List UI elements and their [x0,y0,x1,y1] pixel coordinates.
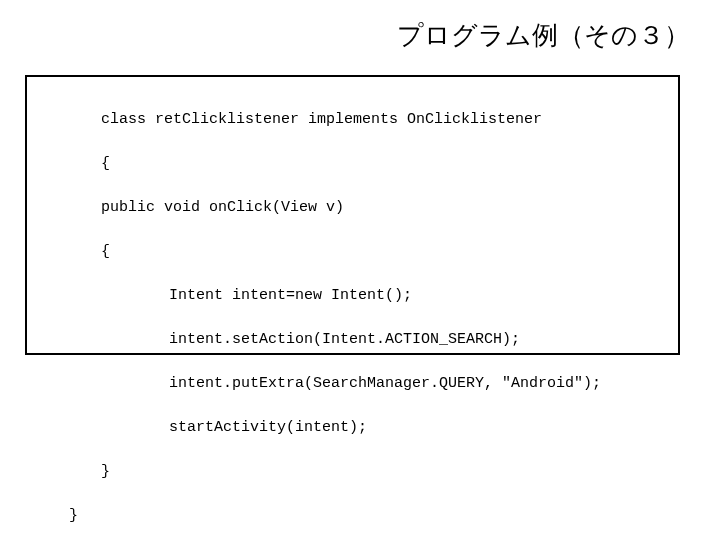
code-line: class retClicklistener implements OnClic… [39,109,666,131]
code-line: } [39,461,666,483]
code-line: Intent intent=new Intent(); [39,285,666,307]
code-line: public void onClick(View v) [39,197,666,219]
code-line: { [39,241,666,263]
code-line: startActivity(intent); [39,417,666,439]
code-line: { [39,153,666,175]
code-line: } [39,505,666,527]
code-block: class retClicklistener implements OnClic… [25,75,680,355]
slide-title: プログラム例（その３） [0,18,690,53]
code-line: intent.setAction(Intent.ACTION_SEARCH); [39,329,666,351]
code-line: intent.putExtra(SearchManager.QUERY, "An… [39,373,666,395]
